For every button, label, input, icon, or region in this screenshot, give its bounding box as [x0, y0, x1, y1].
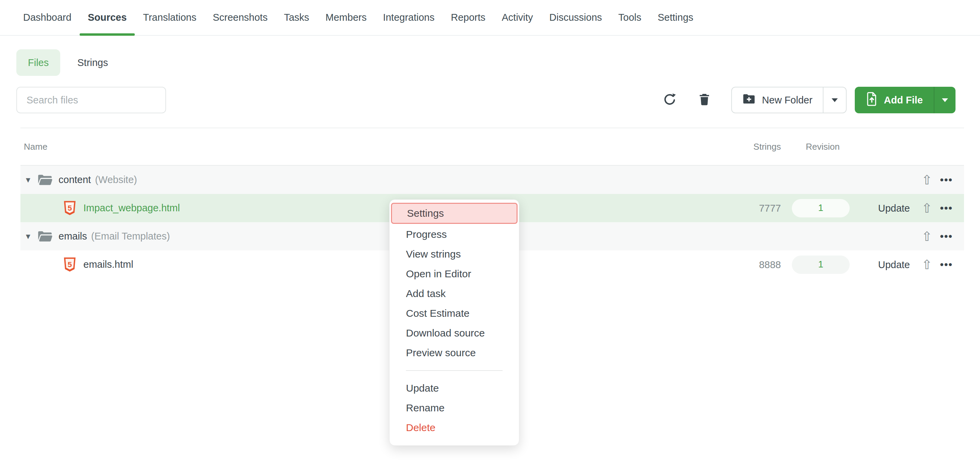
- chevron-down-icon: [942, 98, 948, 102]
- more-actions-icon[interactable]: •••: [940, 231, 953, 242]
- svg-text:5: 5: [68, 260, 72, 269]
- folder-name-cell: ▾ emails (Email Templates): [21, 222, 170, 250]
- nav-item-tasks[interactable]: Tasks: [275, 0, 317, 35]
- refresh-icon: [662, 92, 677, 108]
- html5-file-icon: 5: [63, 201, 76, 216]
- delete-selected-button[interactable]: [697, 91, 712, 110]
- table-header: Name Strings Revision: [21, 128, 964, 166]
- revision-badge[interactable]: 1: [792, 256, 850, 274]
- chevron-down-icon: [832, 98, 838, 102]
- nav-item-sources[interactable]: Sources: [80, 0, 135, 35]
- menu-item-open-in-editor[interactable]: Open in Editor: [390, 264, 519, 284]
- new-folder-button-group: New Folder: [731, 87, 846, 113]
- nav-item-discussions[interactable]: Discussions: [541, 0, 610, 35]
- nav-item-integrations[interactable]: Integrations: [375, 0, 443, 35]
- strings-count: 7777: [723, 202, 781, 214]
- folder-plus-icon: [742, 93, 756, 107]
- upload-icon[interactable]: ⇧: [921, 258, 932, 271]
- new-folder-button[interactable]: New Folder: [732, 88, 822, 113]
- menu-item-progress[interactable]: Progress: [390, 224, 519, 244]
- folder-note: (Website): [95, 174, 137, 185]
- more-actions-icon[interactable]: •••: [940, 202, 953, 214]
- folder-name[interactable]: emails: [59, 231, 87, 242]
- add-file-label: Add File: [884, 95, 923, 106]
- menu-item-view-strings[interactable]: View strings: [390, 244, 519, 264]
- nav-item-activity[interactable]: Activity: [494, 0, 541, 35]
- menu-item-preview-source[interactable]: Preview source: [390, 343, 519, 363]
- file-context-menu: Settings Progress View strings Open in E…: [389, 199, 519, 446]
- folder-name[interactable]: content: [59, 174, 91, 185]
- nav-item-tools[interactable]: Tools: [610, 0, 649, 35]
- folder-note: (Email Templates): [91, 231, 170, 242]
- toggle-files-button[interactable]: Files: [16, 49, 60, 76]
- menu-item-delete[interactable]: Delete: [390, 418, 519, 438]
- menu-item-add-task[interactable]: Add task: [390, 284, 519, 304]
- update-link[interactable]: Update: [878, 202, 910, 214]
- column-header-revision: Revision: [806, 142, 840, 152]
- upload-icon[interactable]: ⇧: [921, 173, 932, 186]
- more-actions-icon[interactable]: •••: [940, 259, 953, 271]
- update-link[interactable]: Update: [878, 259, 910, 270]
- file-upload-icon: [865, 92, 878, 108]
- refresh-button[interactable]: [662, 91, 678, 110]
- nav-item-settings[interactable]: Settings: [649, 0, 702, 35]
- folder-name-cell: ▾ content (Website): [21, 166, 137, 194]
- active-tab-underline: [80, 33, 135, 36]
- revision-badge[interactable]: 1: [792, 199, 850, 217]
- collapse-caret-icon[interactable]: ▾: [26, 231, 37, 242]
- folder-icon: [37, 230, 52, 243]
- menu-item-cost-estimate[interactable]: Cost Estimate: [390, 304, 519, 323]
- html5-file-icon: 5: [63, 257, 76, 272]
- add-file-dropdown-button[interactable]: [934, 87, 956, 113]
- new-folder-label: New Folder: [762, 95, 812, 106]
- toggle-strings-button[interactable]: Strings: [77, 57, 108, 68]
- folder-icon: [37, 173, 52, 186]
- collapse-caret-icon[interactable]: ▾: [26, 175, 37, 185]
- new-folder-dropdown-button[interactable]: [823, 88, 846, 113]
- nav-item-dashboard[interactable]: Dashboard: [15, 0, 80, 35]
- menu-divider: [406, 370, 503, 371]
- top-navigation: Dashboard Sources Translations Screensho…: [0, 0, 980, 36]
- menu-item-settings[interactable]: Settings: [391, 203, 517, 224]
- nav-item-sources-label: Sources: [88, 12, 127, 23]
- nav-item-reports[interactable]: Reports: [443, 0, 494, 35]
- add-file-button-group: Add File: [855, 87, 956, 113]
- svg-text:5: 5: [68, 204, 72, 212]
- strings-count: 8888: [723, 259, 781, 270]
- view-toggle: Files Strings: [16, 49, 108, 76]
- upload-icon[interactable]: ⇧: [921, 202, 932, 215]
- search-input[interactable]: [16, 87, 166, 113]
- column-header-strings: Strings: [753, 142, 781, 152]
- menu-item-download-source[interactable]: Download source: [390, 323, 519, 343]
- file-name-cell: 5 emails.html: [21, 250, 134, 279]
- table-row-folder-content[interactable]: ▾ content (Website) ⇧ •••: [21, 166, 964, 194]
- file-name-cell: 5 Impact_webpage.html: [21, 194, 180, 222]
- upload-icon[interactable]: ⇧: [921, 230, 932, 243]
- column-header-name: Name: [24, 142, 47, 152]
- file-name[interactable]: Impact_webpage.html: [83, 202, 180, 214]
- nav-item-members[interactable]: Members: [318, 0, 375, 35]
- file-name[interactable]: emails.html: [83, 259, 134, 270]
- nav-item-translations[interactable]: Translations: [135, 0, 205, 35]
- more-actions-icon[interactable]: •••: [940, 174, 953, 186]
- nav-item-screenshots[interactable]: Screenshots: [205, 0, 275, 35]
- menu-item-rename[interactable]: Rename: [390, 398, 519, 418]
- add-file-button[interactable]: Add File: [855, 87, 934, 113]
- menu-item-update[interactable]: Update: [390, 378, 519, 398]
- trash-icon: [698, 92, 711, 108]
- toolbar-actions: New Folder Add File: [662, 87, 964, 113]
